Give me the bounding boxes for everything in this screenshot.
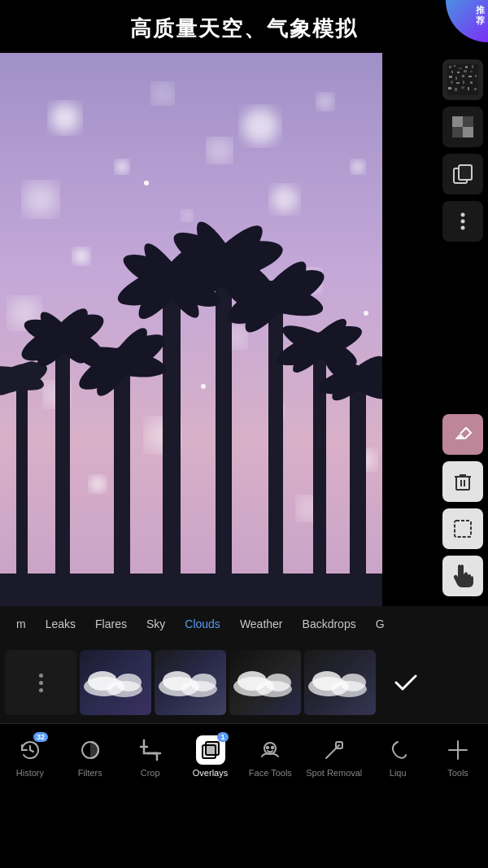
svg-point-97	[461, 226, 465, 230]
more-options-btn[interactable]	[442, 201, 483, 242]
bottom-tool-tools[interactable]: Tools	[434, 735, 482, 778]
tools-label: Tools	[447, 768, 468, 778]
tools-icon	[443, 735, 473, 765]
tab-clouds[interactable]: Clouds	[175, 606, 230, 642]
liquify-icon	[383, 735, 412, 765]
svg-point-6	[317, 94, 333, 110]
photo-canvas[interactable]	[0, 53, 382, 606]
duplicate-btn[interactable]	[442, 154, 483, 194]
svg-point-121	[340, 674, 366, 691]
svg-point-1	[50, 103, 80, 133]
overlays-icon: 1	[196, 735, 225, 765]
thumbnail-cloud-2[interactable]	[155, 650, 226, 715]
overlays-label: Overlays	[193, 768, 228, 778]
bottom-tool-face-tools[interactable]: Face Tools	[246, 735, 294, 778]
svg-rect-70	[472, 65, 473, 68]
confirm-btn[interactable]	[386, 662, 426, 703]
svg-rect-89	[452, 116, 463, 127]
thumbnail-menu[interactable]	[5, 650, 76, 715]
hand-btn[interactable]	[442, 556, 483, 596]
bottom-tool-filters[interactable]: Filters	[66, 735, 115, 778]
bottom-tool-crop[interactable]: Crop	[126, 735, 175, 778]
crop-icon	[136, 735, 165, 765]
svg-rect-31	[163, 281, 181, 606]
thumbnail-cloud-3[interactable]	[229, 650, 301, 715]
crop-label: Crop	[141, 768, 160, 778]
svg-line-123	[30, 750, 33, 752]
svg-point-3	[242, 108, 278, 144]
svg-rect-33	[268, 297, 283, 606]
svg-rect-63	[0, 574, 382, 606]
badge: 1	[217, 732, 228, 742]
svg-rect-71	[451, 71, 453, 73]
bottom-tool-liquify[interactable]: Liqu	[373, 735, 422, 778]
svg-rect-74	[470, 71, 473, 72]
svg-rect-68	[459, 68, 462, 69]
face-icon	[255, 735, 285, 765]
tab-g[interactable]: G	[366, 606, 394, 642]
delete-btn[interactable]	[442, 461, 483, 502]
right-toolbar	[382, 53, 488, 606]
svg-point-9	[351, 160, 364, 173]
svg-rect-128	[206, 742, 219, 755]
history-label: History	[16, 768, 44, 778]
svg-rect-30	[114, 362, 130, 606]
face-tools-label: Face Tools	[249, 768, 292, 778]
svg-rect-64	[447, 64, 478, 95]
category-tabs-bar: mLeaksFlaresSkyCloudsWeatherBackdropsG	[0, 606, 488, 642]
svg-rect-87	[468, 87, 469, 90]
svg-point-96	[461, 220, 465, 224]
svg-rect-91	[452, 127, 463, 137]
svg-point-7	[24, 183, 57, 216]
page-title: 高质量天空、气象模拟	[0, 0, 488, 53]
checkerboard-btn[interactable]	[442, 107, 483, 147]
bottom-tool-overlays[interactable]: 1Overlays	[186, 735, 235, 778]
svg-point-95	[461, 213, 465, 217]
svg-rect-78	[468, 76, 472, 77]
bottom-tool-spot-removal[interactable]: Spot Removal	[306, 735, 362, 778]
svg-rect-66	[449, 66, 451, 68]
svg-rect-81	[456, 82, 460, 84]
svg-point-111	[190, 674, 216, 691]
tab-sky[interactable]: Sky	[137, 606, 175, 642]
eraser-btn[interactable]	[442, 414, 483, 455]
svg-rect-77	[462, 75, 464, 77]
svg-point-25	[364, 311, 368, 316]
svg-rect-88	[474, 88, 477, 90]
svg-rect-90	[463, 116, 473, 127]
thumbnail-cloud-4[interactable]	[304, 650, 376, 715]
svg-rect-67	[454, 65, 455, 67]
svg-rect-83	[470, 81, 473, 84]
svg-point-4	[115, 160, 129, 173]
svg-rect-35	[350, 378, 366, 606]
svg-point-5	[208, 139, 231, 162]
svg-rect-76	[455, 76, 457, 80]
svg-rect-28	[16, 378, 28, 606]
svg-rect-80	[451, 81, 453, 84]
bottom-tool-history[interactable]: 32History	[6, 735, 54, 778]
filters-icon	[76, 735, 105, 765]
select-btn[interactable]	[442, 508, 483, 549]
svg-rect-98	[456, 477, 469, 490]
thumbnail-cloud-1[interactable]	[80, 650, 151, 715]
tab-leaks[interactable]: Leaks	[36, 606, 85, 642]
badge: 32	[33, 732, 48, 742]
texture-btn[interactable]	[442, 59, 483, 100]
spot-icon	[320, 735, 349, 765]
svg-rect-73	[464, 70, 467, 72]
svg-point-21	[89, 476, 106, 492]
tab-m[interactable]: m	[7, 606, 36, 642]
svg-rect-79	[475, 75, 477, 77]
svg-rect-75	[449, 76, 452, 78]
svg-point-11	[182, 211, 192, 220]
svg-point-116	[265, 674, 291, 691]
svg-rect-84	[448, 87, 451, 89]
svg-point-2	[153, 84, 172, 103]
tab-flares[interactable]: Flares	[85, 606, 137, 642]
thumbnail-strip	[0, 642, 488, 723]
tab-weather[interactable]: Weather	[230, 606, 293, 642]
liquify-label: Liqu	[390, 768, 407, 778]
svg-point-10	[73, 248, 89, 264]
svg-point-27	[201, 384, 206, 389]
tab-backdrops[interactable]: Backdrops	[293, 606, 366, 642]
